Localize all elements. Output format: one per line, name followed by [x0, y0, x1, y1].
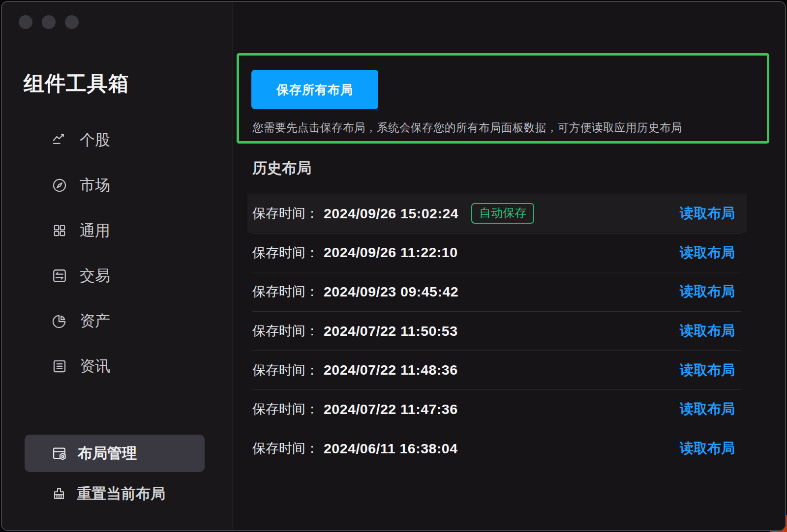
main-content: 保存所有布局 您需要先点击保存布局，系统会保存您的所有布局面板数据，可方便读取应…: [233, 2, 785, 530]
general-grid-icon: [51, 222, 68, 239]
sidebar-item-label: 布局管理: [78, 443, 137, 464]
load-layout-link[interactable]: 读取布局: [680, 439, 735, 458]
history-row: 保存时间： 2024/07/22 11:50:53 读取布局: [252, 312, 741, 351]
sidebar-item-label: 个股: [80, 130, 110, 150]
window-control-dot[interactable]: [42, 15, 56, 29]
sidebar-item-label: 通用: [80, 220, 110, 241]
sidebar-item-label: 资讯: [80, 356, 110, 377]
save-timestamp: 2024/09/26 11:22:10: [324, 244, 458, 261]
save-time-label: 保存时间：: [252, 400, 319, 418]
sidebar-item-general[interactable]: 通用: [2, 217, 233, 244]
history-row: 保存时间： 2024/07/22 11:48:36 读取布局: [252, 351, 741, 390]
history-layout-heading: 历史布局: [252, 158, 311, 178]
load-layout-link[interactable]: 读取布局: [680, 282, 735, 301]
market-compass-icon: [51, 177, 68, 194]
load-layout-link[interactable]: 读取布局: [680, 204, 735, 223]
save-timestamp: 2024/09/26 15:02:24: [324, 206, 458, 222]
reset-broom-icon: [51, 486, 67, 502]
sidebar: 组件工具箱 个股 市场: [2, 2, 233, 530]
save-timestamp: 2024/07/22 11:48:36: [324, 362, 458, 378]
save-panel-description: 您需要先点击保存布局，系统会保存您的所有布局面板数据，可方便读取应用历史布局: [252, 120, 682, 135]
sidebar-item-assets[interactable]: 资产: [2, 308, 233, 334]
sidebar-item-news[interactable]: 资讯: [2, 353, 233, 380]
save-time-label: 保存时间：: [252, 361, 319, 379]
history-row: 保存时间： 2024/07/22 11:47:36 读取布局: [252, 390, 741, 429]
load-layout-link[interactable]: 读取布局: [680, 322, 735, 340]
trade-arrows-icon: [51, 267, 68, 284]
load-layout-link[interactable]: 读取布局: [680, 243, 735, 262]
history-row: 保存时间： 2024/09/26 11:22:10 读取布局: [252, 234, 741, 273]
sidebar-item-stock[interactable]: 个股: [2, 127, 233, 153]
sidebar-item-label: 市场: [80, 175, 110, 196]
save-time-label: 保存时间：: [252, 244, 319, 262]
sidebar-item-reset-layout[interactable]: 重置当前布局: [51, 480, 165, 507]
load-layout-link[interactable]: 读取布局: [680, 361, 735, 380]
sidebar-menu: 个股 市场 通用: [2, 127, 233, 398]
load-layout-link[interactable]: 读取布局: [680, 400, 735, 418]
history-layout-list: 保存时间： 2024/09/26 15:02:24 自动保存 读取布局 保存时间…: [252, 194, 741, 468]
window-controls: [19, 15, 79, 29]
window-control-dot[interactable]: [65, 15, 79, 29]
save-timestamp: 2024/09/23 09:45:42: [324, 284, 458, 300]
stock-chart-icon: [51, 132, 68, 148]
save-all-layouts-button[interactable]: 保存所有布局: [251, 70, 378, 109]
sidebar-item-label: 交易: [80, 266, 110, 286]
save-timestamp: 2024/07/22 11:47:36: [324, 401, 458, 417]
save-timestamp: 2024/07/22 11:50:53: [324, 323, 458, 339]
window-control-dot[interactable]: [19, 15, 32, 29]
history-row: 保存时间： 2024/09/23 09:45:42 读取布局: [252, 272, 741, 312]
save-time-label: 保存时间：: [252, 440, 319, 457]
auto-save-badge: 自动保存: [471, 203, 534, 224]
sidebar-title: 组件工具箱: [24, 70, 129, 97]
layout-manage-icon: [51, 445, 68, 462]
save-time-label: 保存时间：: [252, 205, 319, 222]
history-row: 保存时间： 2024/09/26 15:02:24 自动保存 读取布局: [252, 194, 741, 234]
assets-pie-icon: [51, 313, 68, 329]
news-list-icon: [51, 358, 68, 375]
save-timestamp: 2024/06/11 16:38:04: [324, 441, 458, 457]
save-time-label: 保存时间：: [252, 283, 319, 300]
sidebar-item-layout-manage[interactable]: 布局管理: [25, 435, 205, 472]
sidebar-item-label: 重置当前布局: [77, 484, 165, 504]
sidebar-item-market[interactable]: 市场: [2, 172, 233, 199]
history-row: 保存时间： 2024/06/11 16:38:04 读取布局: [252, 429, 741, 469]
save-time-label: 保存时间：: [252, 322, 319, 340]
save-layout-panel: 保存所有布局 您需要先点击保存布局，系统会保存您的所有布局面板数据，可方便读取应…: [237, 53, 769, 144]
app-window: 组件工具箱 个股 市场: [1, 1, 786, 531]
sidebar-item-trade[interactable]: 交易: [2, 263, 233, 289]
sidebar-item-label: 资产: [80, 311, 110, 331]
